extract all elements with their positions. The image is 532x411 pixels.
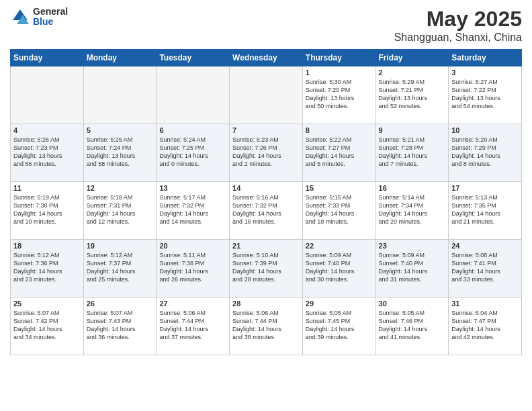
day-number: 4 <box>13 126 81 134</box>
day-number: 19 <box>87 242 154 250</box>
table-cell: 6Sunrise: 5:24 AM Sunset: 7:25 PM Daylig… <box>157 124 230 182</box>
table-cell: 29Sunrise: 5:05 AM Sunset: 7:45 PM Dayli… <box>302 298 375 355</box>
calendar-header-row: Sunday Monday Tuesday Wednesday Thursday… <box>11 50 522 66</box>
day-info: Sunrise: 5:13 AM Sunset: 7:35 PM Dayligh… <box>451 193 519 226</box>
table-cell: 28Sunrise: 5:06 AM Sunset: 7:44 PM Dayli… <box>230 298 303 355</box>
table-cell: 25Sunrise: 5:07 AM Sunset: 7:42 PM Dayli… <box>11 298 84 355</box>
col-sunday: Sunday <box>11 50 84 66</box>
table-cell: 30Sunrise: 5:05 AM Sunset: 7:46 PM Dayli… <box>375 298 449 355</box>
day-info: Sunrise: 5:06 AM Sunset: 7:44 PM Dayligh… <box>232 309 300 342</box>
day-number: 23 <box>379 242 446 250</box>
day-info: Sunrise: 5:30 AM Sunset: 7:20 PM Dayligh… <box>306 78 373 111</box>
table-cell: 16Sunrise: 5:14 AM Sunset: 7:34 PM Dayli… <box>375 182 449 240</box>
day-number: 3 <box>451 68 519 77</box>
day-info: Sunrise: 5:15 AM Sunset: 7:33 PM Dayligh… <box>306 193 373 226</box>
week-row-4: 18Sunrise: 5:12 AM Sunset: 7:36 PM Dayli… <box>11 240 522 298</box>
day-number: 24 <box>451 242 519 250</box>
day-info: Sunrise: 5:21 AM Sunset: 7:28 PM Dayligh… <box>379 136 446 169</box>
table-cell: 3Sunrise: 5:27 AM Sunset: 7:22 PM Daylig… <box>449 66 522 124</box>
col-thursday: Thursday <box>302 50 375 66</box>
header: General Blue May 2025 Shangguan, Shanxi,… <box>10 7 522 44</box>
day-info: Sunrise: 5:12 AM Sunset: 7:36 PM Dayligh… <box>13 251 81 284</box>
day-number: 17 <box>451 184 519 192</box>
day-number: 13 <box>159 184 226 192</box>
week-row-1: 1Sunrise: 5:30 AM Sunset: 7:20 PM Daylig… <box>11 66 522 124</box>
day-info: Sunrise: 5:11 AM Sunset: 7:38 PM Dayligh… <box>159 251 226 284</box>
logo-blue-text: Blue <box>33 17 68 27</box>
day-number: 1 <box>306 68 373 77</box>
day-number: 28 <box>232 300 300 308</box>
table-cell: 12Sunrise: 5:18 AM Sunset: 7:31 PM Dayli… <box>83 182 157 240</box>
table-cell: 4Sunrise: 5:26 AM Sunset: 7:23 PM Daylig… <box>11 124 84 182</box>
svg-marker-0 <box>13 9 28 20</box>
day-info: Sunrise: 5:22 AM Sunset: 7:27 PM Dayligh… <box>306 136 373 169</box>
col-tuesday: Tuesday <box>157 50 230 66</box>
day-number: 22 <box>306 242 373 250</box>
table-cell: 2Sunrise: 5:29 AM Sunset: 7:21 PM Daylig… <box>375 66 449 124</box>
day-number: 26 <box>87 300 154 308</box>
day-number: 31 <box>451 300 519 308</box>
table-cell: 17Sunrise: 5:13 AM Sunset: 7:35 PM Dayli… <box>449 182 522 240</box>
table-cell: 5Sunrise: 5:25 AM Sunset: 7:24 PM Daylig… <box>83 124 157 182</box>
table-cell <box>157 66 230 124</box>
day-info: Sunrise: 5:23 AM Sunset: 7:26 PM Dayligh… <box>232 136 300 169</box>
day-info: Sunrise: 5:06 AM Sunset: 7:44 PM Dayligh… <box>159 309 226 342</box>
table-cell: 8Sunrise: 5:22 AM Sunset: 7:27 PM Daylig… <box>302 124 375 182</box>
day-info: Sunrise: 5:10 AM Sunset: 7:39 PM Dayligh… <box>232 251 300 284</box>
day-info: Sunrise: 5:05 AM Sunset: 7:46 PM Dayligh… <box>379 309 446 342</box>
day-info: Sunrise: 5:16 AM Sunset: 7:32 PM Dayligh… <box>232 193 300 226</box>
day-number: 29 <box>306 300 373 308</box>
week-row-2: 4Sunrise: 5:26 AM Sunset: 7:23 PM Daylig… <box>11 124 522 182</box>
week-row-3: 11Sunrise: 5:19 AM Sunset: 7:30 PM Dayli… <box>11 182 522 240</box>
day-info: Sunrise: 5:24 AM Sunset: 7:25 PM Dayligh… <box>159 136 226 169</box>
table-cell: 9Sunrise: 5:21 AM Sunset: 7:28 PM Daylig… <box>375 124 449 182</box>
table-cell: 13Sunrise: 5:17 AM Sunset: 7:32 PM Dayli… <box>157 182 230 240</box>
title-location: Shangguan, Shanxi, China <box>394 32 522 44</box>
day-number: 2 <box>379 68 446 77</box>
day-number: 27 <box>159 300 226 308</box>
table-cell <box>230 66 303 124</box>
week-row-5: 25Sunrise: 5:07 AM Sunset: 7:42 PM Dayli… <box>11 298 522 355</box>
day-info: Sunrise: 5:25 AM Sunset: 7:24 PM Dayligh… <box>87 136 154 169</box>
table-cell: 22Sunrise: 5:09 AM Sunset: 7:40 PM Dayli… <box>302 240 375 298</box>
title-block: May 2025 Shangguan, Shanxi, China <box>394 7 522 44</box>
logo-text: General Blue <box>33 7 68 28</box>
day-number: 20 <box>159 242 226 250</box>
table-cell: 23Sunrise: 5:09 AM Sunset: 7:40 PM Dayli… <box>375 240 449 298</box>
table-cell: 15Sunrise: 5:15 AM Sunset: 7:33 PM Dayli… <box>302 182 375 240</box>
table-cell: 19Sunrise: 5:12 AM Sunset: 7:37 PM Dayli… <box>83 240 157 298</box>
table-cell: 7Sunrise: 5:23 AM Sunset: 7:26 PM Daylig… <box>230 124 303 182</box>
day-info: Sunrise: 5:12 AM Sunset: 7:37 PM Dayligh… <box>87 251 154 284</box>
day-info: Sunrise: 5:19 AM Sunset: 7:30 PM Dayligh… <box>13 193 81 226</box>
day-number: 14 <box>232 184 300 192</box>
day-number: 12 <box>87 184 154 192</box>
day-info: Sunrise: 5:17 AM Sunset: 7:32 PM Dayligh… <box>159 193 226 226</box>
table-cell: 11Sunrise: 5:19 AM Sunset: 7:30 PM Dayli… <box>11 182 84 240</box>
day-info: Sunrise: 5:26 AM Sunset: 7:23 PM Dayligh… <box>13 136 81 169</box>
day-number: 9 <box>379 126 446 134</box>
day-number: 25 <box>13 300 81 308</box>
calendar-table: Sunday Monday Tuesday Wednesday Thursday… <box>10 49 522 355</box>
table-cell <box>83 66 157 124</box>
day-info: Sunrise: 5:04 AM Sunset: 7:47 PM Dayligh… <box>451 309 519 342</box>
logo-general-text: General <box>33 7 68 17</box>
day-info: Sunrise: 5:07 AM Sunset: 7:43 PM Dayligh… <box>87 309 154 342</box>
table-cell: 14Sunrise: 5:16 AM Sunset: 7:32 PM Dayli… <box>230 182 303 240</box>
day-number: 7 <box>232 126 300 134</box>
day-info: Sunrise: 5:14 AM Sunset: 7:34 PM Dayligh… <box>379 193 446 226</box>
col-monday: Monday <box>83 50 157 66</box>
table-cell: 21Sunrise: 5:10 AM Sunset: 7:39 PM Dayli… <box>230 240 303 298</box>
table-cell: 20Sunrise: 5:11 AM Sunset: 7:38 PM Dayli… <box>157 240 230 298</box>
table-cell <box>11 66 84 124</box>
day-number: 18 <box>13 242 81 250</box>
day-info: Sunrise: 5:27 AM Sunset: 7:22 PM Dayligh… <box>451 78 519 111</box>
day-number: 15 <box>306 184 373 192</box>
day-number: 10 <box>451 126 519 134</box>
table-cell: 31Sunrise: 5:04 AM Sunset: 7:47 PM Dayli… <box>449 298 522 355</box>
day-number: 8 <box>306 126 373 134</box>
day-number: 6 <box>159 126 226 134</box>
table-cell: 27Sunrise: 5:06 AM Sunset: 7:44 PM Dayli… <box>157 298 230 355</box>
title-month: May 2025 <box>394 7 522 32</box>
day-info: Sunrise: 5:18 AM Sunset: 7:31 PM Dayligh… <box>87 193 154 226</box>
day-info: Sunrise: 5:07 AM Sunset: 7:42 PM Dayligh… <box>13 309 81 342</box>
